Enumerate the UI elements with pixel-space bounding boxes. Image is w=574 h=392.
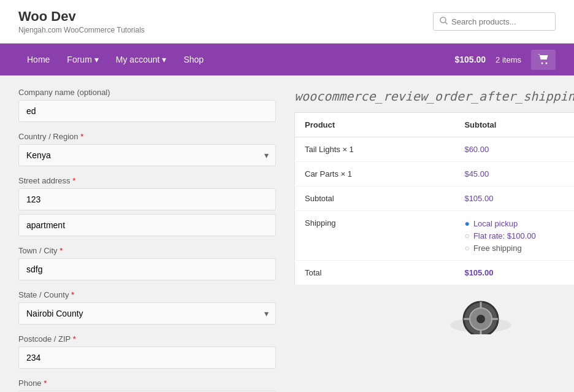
table-row: Car Parts × 1 $45.00: [295, 162, 575, 186]
billing-form: Company name (optional) Country / Region…: [18, 88, 276, 392]
nav-right: $105.00 2 items: [454, 50, 556, 70]
main-content: Company name (optional) Country / Region…: [0, 75, 574, 392]
shipping-option-local[interactable]: ● Local pickup: [464, 218, 574, 228]
table-row: Tail Lights × 1 $60.00: [295, 137, 575, 162]
wheel-image: [438, 291, 524, 334]
postcode-group: Postcode / ZIP *: [18, 334, 276, 369]
shipping-options: ● Local pickup ○ Flat rate: $100.00 ○ Fr…: [464, 218, 574, 253]
state-select-wrap: Nairobi County ▾: [18, 302, 276, 325]
shipping-free-label: Free shipping: [473, 244, 522, 253]
site-title: Woo Dev: [18, 9, 145, 25]
country-select-wrap: Kenya ▾: [18, 144, 276, 166]
country-group: Country / Region * Kenya ▾: [18, 132, 276, 166]
svg-point-0: [440, 17, 446, 23]
country-label: Country / Region *: [18, 132, 276, 141]
nav-item-myaccount[interactable]: My account ▾: [107, 44, 175, 75]
state-select[interactable]: Nairobi County: [18, 302, 276, 325]
order-table: Product Subtotal Tail Lights × 1 $60.00 …: [294, 112, 574, 285]
cart-items: 2 items: [496, 55, 521, 64]
site-tagline: Njengah.com WooCommerce Tutorials: [18, 26, 145, 34]
required-marker: *: [71, 290, 74, 299]
street-address-label: Street address *: [18, 176, 276, 185]
apartment-input[interactable]: [18, 214, 276, 236]
shipping-row: Shipping ● Local pickup ○ Flat rate: $10…: [295, 211, 575, 261]
country-select[interactable]: Kenya: [18, 144, 276, 166]
chevron-down-icon: ▾: [94, 55, 99, 64]
subtotal-label: Subtotal: [295, 186, 455, 211]
col-subtotal: Subtotal: [454, 113, 574, 137]
shipping-options-cell: ● Local pickup ○ Flat rate: $100.00 ○ Fr…: [454, 211, 574, 261]
svg-point-2: [541, 62, 543, 64]
phone-group: Phone *: [18, 379, 276, 392]
nav-item-shop[interactable]: Shop: [175, 44, 212, 75]
bottom-image: [294, 291, 574, 334]
product-name-1: Tail Lights × 1: [295, 137, 455, 162]
search-icon: [440, 17, 448, 26]
required-marker: *: [59, 246, 63, 255]
hook-label: woocommerce_review_order_after_shipping: [294, 88, 574, 105]
product-name-2: Car Parts × 1: [295, 162, 455, 186]
shipping-option-flat[interactable]: ○ Flat rate: $100.00: [464, 231, 574, 240]
site-branding: Woo Dev Njengah.com WooCommerce Tutorial…: [18, 9, 145, 34]
shipping-option-free[interactable]: ○ Free shipping: [464, 243, 574, 253]
required-marker: *: [73, 334, 76, 344]
search-input[interactable]: [451, 17, 549, 26]
nav-item-home[interactable]: Home: [18, 44, 58, 75]
total-value: $105.00: [454, 261, 574, 285]
radio-unselected-icon: ○: [464, 243, 469, 253]
street-address-group: Street address *: [18, 176, 276, 236]
postcode-label: Postcode / ZIP *: [18, 334, 276, 344]
cart-amount: $105.00: [454, 55, 486, 64]
search-box[interactable]: [433, 12, 556, 31]
total-row: Total $105.00: [295, 261, 575, 285]
svg-point-7: [476, 315, 485, 323]
company-name-label: Company name (optional): [18, 88, 276, 97]
required-marker: *: [80, 132, 83, 141]
subtotal-value: $105.00: [454, 186, 574, 211]
site-header: Woo Dev Njengah.com WooCommerce Tutorial…: [0, 0, 574, 44]
town-label: Town / City *: [18, 246, 276, 255]
cart-icon[interactable]: [531, 50, 556, 70]
postcode-input[interactable]: [18, 347, 276, 369]
shipping-label: Shipping: [295, 211, 455, 261]
street-address-input[interactable]: [18, 188, 276, 210]
required-marker: *: [72, 176, 75, 185]
subtotal-row: Subtotal $105.00: [295, 186, 575, 211]
required-marker: *: [44, 379, 47, 388]
town-group: Town / City *: [18, 246, 276, 280]
svg-line-1: [445, 22, 448, 25]
radio-unselected-icon: ○: [464, 231, 469, 240]
shipping-local-label: Local pickup: [473, 219, 518, 228]
shipping-flat-label: Flat rate: $100.00: [473, 231, 536, 240]
company-name-input[interactable]: [18, 100, 276, 122]
nav-left: Home Forum ▾ My account ▾ Shop: [18, 44, 212, 75]
company-name-group: Company name (optional): [18, 88, 276, 122]
order-review-section: woocommerce_review_order_after_shipping …: [294, 88, 574, 392]
radio-selected-icon: ●: [464, 218, 469, 228]
nav-item-forum[interactable]: Forum ▾: [58, 44, 107, 75]
state-group: State / County * Nairobi County ▾: [18, 290, 276, 325]
chevron-down-icon: ▾: [162, 55, 166, 64]
svg-point-3: [546, 62, 548, 64]
town-input[interactable]: [18, 258, 276, 280]
subtotal-1: $60.00: [454, 137, 574, 162]
total-label: Total: [295, 261, 455, 285]
phone-label: Phone *: [18, 379, 276, 388]
subtotal-2: $45.00: [454, 162, 574, 186]
main-nav: Home Forum ▾ My account ▾ Shop $105.00 2…: [0, 44, 574, 75]
col-product: Product: [295, 113, 455, 137]
state-label: State / County *: [18, 290, 276, 299]
